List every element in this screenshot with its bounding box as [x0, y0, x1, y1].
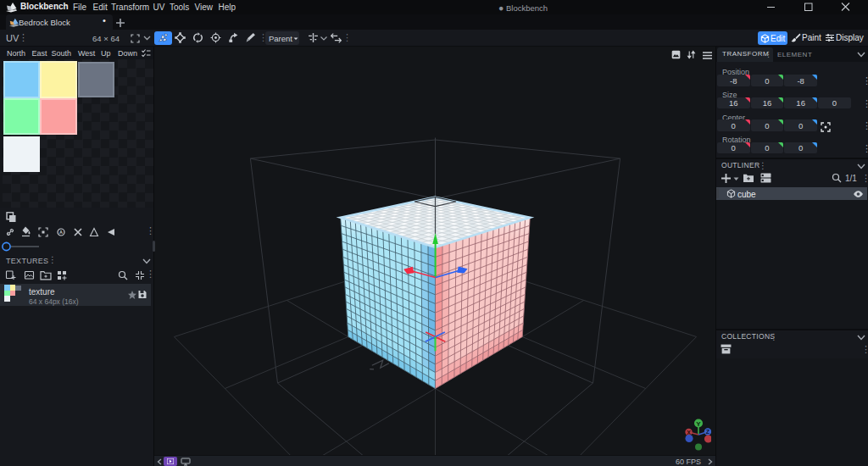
svg-text:A: A: [59, 230, 63, 235]
svg-text:Y: Y: [696, 420, 701, 428]
svg-text:X: X: [687, 430, 691, 435]
svg-text:Z: Z: [706, 429, 710, 435]
